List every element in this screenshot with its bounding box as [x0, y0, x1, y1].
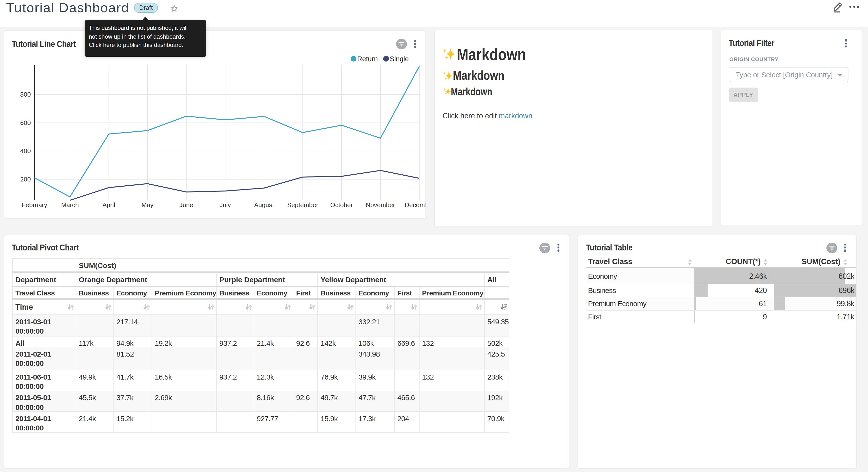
svg-text:November: November	[366, 201, 395, 209]
svg-text:April: April	[102, 201, 115, 209]
svg-text:March: March	[61, 201, 79, 209]
svg-text:August: August	[254, 201, 274, 209]
svg-text:400: 400	[20, 147, 31, 154]
svg-text:July: July	[219, 201, 230, 209]
svg-text:February: February	[22, 201, 47, 209]
svg-text:June: June	[179, 201, 193, 209]
svg-text:800: 800	[20, 91, 31, 98]
svg-text:October: October	[330, 201, 353, 209]
svg-text:December: December	[404, 201, 426, 209]
svg-text:600: 600	[20, 119, 31, 126]
svg-text:Return: Return	[357, 55, 377, 63]
svg-text:May: May	[141, 201, 153, 209]
svg-text:Single: Single	[390, 55, 409, 63]
svg-text:September: September	[287, 201, 318, 209]
svg-text:200: 200	[20, 176, 31, 183]
